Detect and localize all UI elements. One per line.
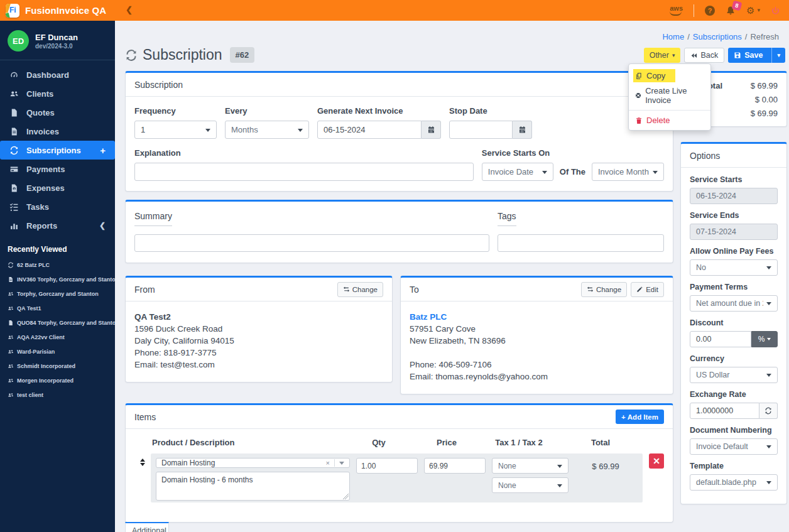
product-select[interactable]: Domain Hosting × [156,458,350,468]
resize-grip-icon[interactable] [343,494,349,499]
notification-count-badge: 8 [732,0,743,11]
tags-input[interactable] [498,234,664,252]
save-button[interactable]: Save ▾ [728,48,785,63]
sidebar-item-expenses[interactable]: Expenses [0,178,115,197]
users-icon [8,349,14,355]
item-description-textarea[interactable]: Domain Hosting - 6 months [156,472,350,501]
add-subscription-icon[interactable]: + [100,145,106,156]
allow-online-pay-fees-select[interactable]: No [690,259,778,276]
recent-item-client[interactable]: QA Test1 [0,301,115,315]
sidebar-item-tasks[interactable]: Tasks [0,197,115,216]
exchange-icon [587,286,594,293]
qty-input[interactable] [356,458,418,474]
recent-item-client[interactable]: Ward-Parisian [0,344,115,359]
file-invoice-icon [9,127,19,136]
user-block[interactable]: ED EF Duncan dev/2024-3.0 [0,21,115,60]
notifications-bell-icon[interactable]: 8 [726,5,736,16]
life-ring-icon [635,92,641,99]
aws-icon[interactable]: aws [670,5,683,16]
user-name: EF Duncan [35,33,78,43]
frequency-select[interactable]: 1 [134,121,217,139]
sidebar-item-quotes[interactable]: Quotes [0,103,115,122]
exchange-icon [343,286,350,293]
clear-selection-icon[interactable]: × [322,459,335,467]
payment-terms-select[interactable]: Net amount due in 20 days [690,295,778,312]
sidebar-item-reports[interactable]: Reports❮ [0,216,115,235]
add-item-button[interactable]: +Add Item [616,410,664,424]
tax1-select[interactable]: None [492,458,569,474]
stop-date-input[interactable] [449,121,513,139]
discount-input[interactable] [690,331,751,347]
every-select[interactable]: Months [225,121,309,139]
sidebar-item-subscriptions[interactable]: Subscriptions+ [0,141,115,160]
payment-terms-label: Payment Terms [690,283,778,291]
generate-next-invoice-label: Generate Next Invoice [317,106,441,116]
recent-item-client[interactable]: AQA A22vv Client [0,330,115,344]
exchange-rate-input[interactable] [690,403,759,419]
app-version: dev/2024-3.0 [35,43,78,50]
pencil-icon [636,286,643,293]
generate-next-invoice-input[interactable] [317,121,422,139]
recent-item-client[interactable]: test client [0,388,115,402]
help-icon[interactable]: ? [705,6,715,16]
percent-icon: % [758,335,765,344]
menu-item-create-live-invoice[interactable]: Create Live Invoice [629,84,710,107]
calendar-icon [427,126,435,134]
summary-input[interactable] [134,234,489,252]
price-input[interactable] [424,458,486,474]
sidebar-collapse-icon[interactable]: ❮ [126,5,133,14]
from-change-button[interactable]: Change [337,282,383,297]
sidebar-item-payments[interactable]: Payments [0,160,115,178]
currency-select[interactable]: US Dollar [690,367,778,383]
menu-item-delete[interactable]: Delete [629,114,710,127]
calendar-icon [518,126,526,134]
calendar-button[interactable] [513,121,532,139]
sidebar-item-dashboard[interactable]: Dashboard [0,65,115,84]
other-button[interactable]: Other▾ [644,48,681,63]
logout-power-icon[interactable] [771,5,780,16]
sidebar-item-invoices[interactable]: Invoices [0,122,115,141]
app-brand[interactable]: Fi FusionInvoice QA [0,4,115,18]
settings-gear-icon[interactable]: ⚙▾ [746,5,760,16]
sidebar-item-clients[interactable]: Clients [0,84,115,103]
tax-amount: $ 0.00 [755,95,778,104]
refresh-rate-button[interactable] [759,403,778,419]
page-title: Subscription [143,46,222,63]
from-email: Email: test@test.com [134,359,383,371]
service-starts-on-label: Service Starts On [482,148,664,158]
gauge-icon [9,70,19,80]
tab-additional[interactable]: Additional [125,522,169,532]
to-edit-button[interactable]: Edit [631,282,664,297]
users-icon [8,291,14,297]
back-button[interactable]: Back [684,48,724,63]
recent-item-client[interactable]: Torphy, Gorczany and Stanton [0,286,115,301]
recent-item-quote[interactable]: QUO84 Torphy, Gorczany and Stanton [0,315,115,330]
summary-label: Summary [134,211,172,226]
to-client-link[interactable]: Batz PLC [410,311,664,323]
document-numbering-select[interactable]: Invoice Default [690,438,778,455]
of-the-select[interactable]: Invoice Month [592,163,664,181]
drag-handle-icon[interactable] [134,453,151,502]
allow-online-pay-fees-label: Allow Online Pay Fees [690,247,778,256]
explanation-input[interactable] [134,163,474,181]
recent-item-invoice[interactable]: INV360 Torphy, Gorczany and Stanton [0,272,115,286]
tax2-select[interactable]: None [492,477,569,493]
discount-label: Discount [690,318,778,327]
recent-item-subscription[interactable]: 62 Batz PLC [0,258,115,272]
items-panel: Items +Add Item Product / Description Qt… [125,403,673,523]
exchange-rate-label: Exchange Rate [690,390,778,399]
service-starts-on-select[interactable]: Invoice Date [482,163,553,181]
calendar-button[interactable] [422,121,441,139]
save-dropdown-toggle[interactable]: ▾ [771,48,785,63]
template-select[interactable]: default.blade.php [690,474,778,491]
to-phone: Phone: 406-509-7106 [410,359,664,371]
to-change-button[interactable]: Change [581,282,627,297]
recent-item-client[interactable]: Morgen Incorporated [0,373,115,388]
discount-type-button[interactable]: % [751,331,778,347]
breadcrumb-home-link[interactable]: Home [662,32,684,41]
menu-item-copy[interactable]: Copy [629,67,710,84]
delete-item-button[interactable]: ✕ [649,453,664,469]
sync-icon [125,49,138,62]
recent-item-client[interactable]: Schmidt Incorporated [0,359,115,373]
breadcrumb-subscriptions-link[interactable]: Subscriptions [693,32,742,41]
